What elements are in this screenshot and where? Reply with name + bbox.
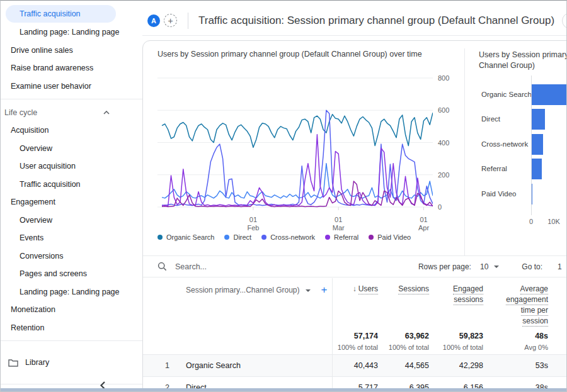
y-axis-tick-label: 400: [438, 139, 458, 147]
legend-item-organic-search: Organic Search: [158, 233, 214, 241]
sidebar-item-traffic-acquisition[interactable]: Traffic acquisition: [6, 5, 116, 23]
legend-dot-icon: [369, 235, 374, 240]
y-axis-tick-label: 800: [438, 74, 458, 82]
sidebar-item-overview[interactable]: Overview: [1, 140, 142, 158]
column-header-sessions[interactable]: Sessions: [378, 284, 429, 328]
y-axis-tick-label: 0: [438, 203, 458, 211]
bar-referral: [532, 159, 542, 179]
sidebar-item-examine-user-behavior[interactable]: Examine user behavior: [1, 77, 142, 96]
total-users: 57,174: [332, 331, 378, 342]
bar-category-label: Cross-network: [481, 134, 533, 155]
column-header-users[interactable]: ↓Users: [332, 284, 378, 328]
rank-header-cell: [143, 284, 171, 328]
header-action-button-partial[interactable]: [562, 13, 567, 29]
sidebar-item-library[interactable]: Library: [1, 345, 142, 380]
report-table: Session primary...Channel Group) + ↓User…: [143, 278, 567, 392]
caret-down-icon: [494, 266, 499, 268]
line-chart-svg: [158, 74, 433, 212]
plus-icon: +: [168, 16, 173, 25]
sidebar-item-pages-and-screens[interactable]: Pages and screens: [1, 265, 142, 283]
total-engaged-sessions: 59,823: [429, 331, 483, 342]
add-dimension-button[interactable]: +: [321, 285, 328, 295]
report-header: A + Traffic acquisition: Session primary…: [142, 1, 567, 36]
table-row-organic-search: 1Organic Search40,44344,56542,29853s: [143, 354, 567, 376]
table-toolbar: Rows per page: 10 Go to: 1: [143, 256, 567, 277]
sidebar-item-user-acquisition[interactable]: User acquisition: [1, 157, 142, 176]
cell-avg-engagement-time: 53s: [483, 361, 548, 370]
bar-paid-video: [532, 184, 532, 204]
total-sessions: 63,962: [378, 331, 429, 342]
rows-per-page-select[interactable]: 10: [480, 262, 499, 271]
sidebar-divider: [1, 384, 142, 384]
sidebar-divider: [1, 99, 142, 99]
sidebar-item-acquisition[interactable]: Acquisition: [1, 121, 142, 140]
window-bottom-edge: [1, 388, 566, 391]
triangle-down-icon[interactable]: [306, 289, 311, 292]
sidebar-item-engagement[interactable]: Engagement: [1, 193, 142, 211]
search-icon: [158, 262, 167, 271]
bar-axis-tick-label: 0: [522, 218, 541, 225]
bar-cross-network: [532, 134, 543, 155]
sidebar-nav: Traffic acquisitionLanding page: Landing…: [1, 1, 142, 389]
folder-icon: [8, 359, 18, 367]
sidebar-section-label: Life cycle: [4, 108, 37, 117]
totals-row: 57,174100% of total 63,962100% of total …: [143, 328, 567, 354]
bar-chart-title: Users by Session primary channel group (…: [479, 50, 567, 71]
sort-desc-icon: ↓: [353, 284, 357, 293]
sidebar-item-landing-page-landing-page[interactable]: Landing page: Landing page: [1, 283, 142, 301]
report-card: Users by Session primary channel group (…: [142, 40, 567, 392]
line-chart: 800600400200001Feb01Mar01Apr: [158, 74, 464, 235]
dimension-header-cell: Session primary...Channel Group) +: [171, 284, 332, 328]
dimension-header-dropdown[interactable]: Session primary...Channel Group): [186, 285, 300, 296]
header-divider: [188, 13, 188, 29]
sidebar-item-overview[interactable]: Overview: [1, 211, 142, 230]
bar-category-label: Direct: [481, 109, 533, 130]
app-window: Traffic acquisitionLanding page: Landing…: [0, 0, 567, 392]
legend-item-referral: Referral: [325, 233, 358, 241]
sidebar-item-traffic-acquisition[interactable]: Traffic acquisition: [1, 176, 142, 194]
cell-engaged-sessions: 42,298: [429, 361, 483, 370]
sidebar-item-drive-online-sales[interactable]: Drive online sales: [1, 42, 142, 60]
sidebar-divider: [1, 340, 142, 341]
chart-legend: Organic SearchDirectCross-networkReferra…: [158, 233, 411, 241]
sidebar-item-raise-brand-awareness[interactable]: Raise brand awareness: [1, 59, 142, 77]
row-rank: 1: [143, 361, 171, 370]
search-input[interactable]: [175, 262, 418, 271]
legend-dot-icon: [224, 235, 229, 240]
charts-divider: [464, 48, 465, 256]
bar-chart: Users by Session primary channel group (…: [479, 50, 567, 260]
sidebar-item-landing-page-landing-page[interactable]: Landing page: Landing page: [1, 23, 142, 42]
sidebar-item-events[interactable]: Events: [1, 229, 142, 247]
go-to-label: Go to:: [522, 262, 542, 271]
x-axis-tick-label: 01Feb: [241, 216, 266, 232]
legend-item-direct: Direct: [224, 233, 251, 241]
y-axis-tick-label: 200: [438, 171, 458, 179]
bar-category-label: Organic Search: [481, 84, 533, 105]
table-column-divider: [332, 278, 333, 392]
report-title: Traffic acquisition: Session primary cha…: [198, 14, 554, 27]
legend-item-cross-network: Cross-network: [261, 233, 315, 241]
add-comparison-button[interactable]: +: [164, 14, 177, 27]
table-header-row: Session primary...Channel Group) + ↓User…: [143, 278, 567, 328]
line-chart-title: Users by Session primary channel group (…: [158, 50, 422, 59]
legend-dot-icon: [158, 235, 163, 240]
go-to-page-input[interactable]: 1: [558, 262, 567, 271]
total-avg-engagement-time: 48s: [483, 331, 548, 342]
chevron-up-icon: [103, 111, 110, 115]
rows-per-page-label: Rows per page:: [418, 262, 471, 271]
bar-category-label: Referral: [481, 159, 533, 179]
cell-users: 40,443: [332, 361, 378, 370]
sidebar-item-retention[interactable]: Retention: [1, 319, 142, 337]
sidebar-item-monetization[interactable]: Monetization: [1, 301, 142, 319]
x-axis-tick-label: 01Apr: [411, 216, 437, 232]
avatar[interactable]: A: [147, 14, 160, 27]
bar-direct: [532, 109, 545, 130]
bar-organic-search: [532, 84, 567, 105]
legend-item-paid-video: Paid Video: [369, 233, 411, 241]
column-header-engaged-sessions[interactable]: Engaged sessions: [429, 284, 483, 328]
bar-category-label: Paid Video: [481, 184, 533, 204]
bar-axis-tick-label: 10K: [544, 218, 563, 225]
sidebar-section-life-cycle[interactable]: Life cycle: [1, 103, 142, 121]
sidebar-item-conversions[interactable]: Conversions: [1, 247, 142, 266]
column-header-avg-engagement-time[interactable]: Average engagement time per session: [483, 284, 548, 328]
